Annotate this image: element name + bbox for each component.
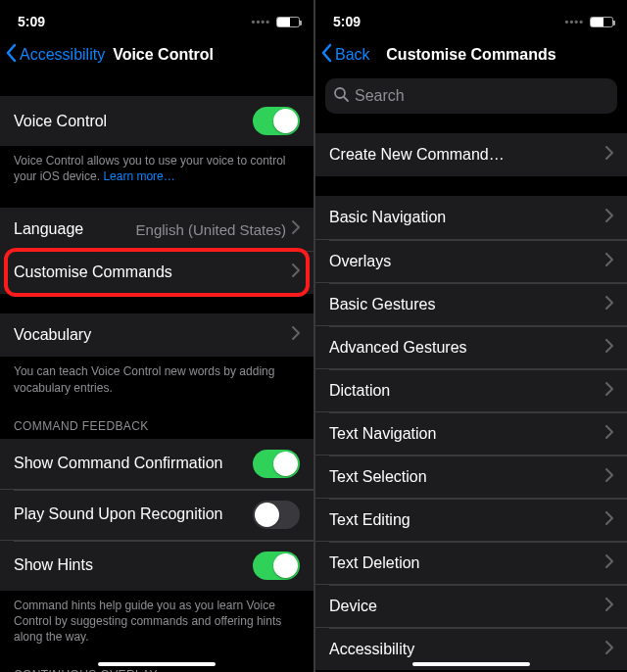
- command-category-row[interactable]: Text Deletion: [315, 541, 627, 584]
- back-label: Accessibility: [20, 46, 105, 64]
- language-row[interactable]: Language English (United States): [0, 208, 314, 251]
- create-new-command-row[interactable]: Create New Command…: [315, 133, 627, 176]
- chevron-right-icon: [605, 511, 613, 529]
- search-input[interactable]: [355, 87, 609, 105]
- command-category-row[interactable]: Overlays: [315, 239, 627, 282]
- chevron-right-icon: [605, 382, 613, 400]
- commands-content: Create New Command… Basic NavigationOver…: [315, 114, 627, 672]
- command-category-row[interactable]: Basic Navigation: [315, 196, 627, 239]
- row-label: Text Navigation: [329, 425, 605, 443]
- home-indicator[interactable]: [98, 662, 216, 666]
- search-icon: [333, 86, 349, 106]
- command-category-row[interactable]: Dictation: [315, 368, 627, 411]
- chevron-right-icon: [605, 253, 613, 270]
- chevron-right-icon: [292, 220, 300, 238]
- battery-icon: [276, 17, 300, 27]
- chevron-right-icon: [292, 264, 300, 281]
- command-category-row[interactable]: Text Selection: [315, 455, 627, 498]
- row-label: Customise Commands: [14, 264, 292, 281]
- chevron-right-icon: [605, 296, 613, 313]
- search-bar[interactable]: [325, 78, 617, 114]
- chevron-right-icon: [292, 326, 300, 344]
- command-category-row[interactable]: Advanced Gestures: [315, 325, 627, 368]
- command-category-row[interactable]: Device: [315, 584, 627, 627]
- show-hints-toggle[interactable]: [253, 552, 300, 580]
- continuous-overlay-header: CONTINUOUS OVERLAY: [0, 648, 314, 672]
- chevron-left-icon: [6, 43, 18, 67]
- nav-bar: Back Customise Commands: [315, 37, 627, 76]
- signal-dots-icon: ••••: [252, 16, 270, 27]
- voice-control-toggle-row[interactable]: Voice Control: [0, 96, 314, 146]
- row-label: Accessibility: [329, 641, 605, 658]
- signal-dots-icon: ••••: [565, 16, 584, 27]
- status-bar: 5:09 ••••: [315, 0, 627, 37]
- row-label: Voice Control: [14, 113, 253, 130]
- row-label: Basic Navigation: [329, 209, 605, 226]
- row-label: Text Editing: [329, 511, 605, 529]
- page-title: Customise Commands: [315, 46, 627, 64]
- status-time: 5:09: [18, 14, 45, 29]
- show-hints-row[interactable]: Show Hints: [0, 540, 314, 591]
- status-right: ••••: [252, 16, 300, 27]
- status-bar: 5:09 ••••: [0, 0, 314, 37]
- row-label: Basic Gestures: [329, 296, 605, 313]
- row-label: Vocabulary: [14, 326, 292, 344]
- home-indicator[interactable]: [412, 662, 530, 666]
- row-label: Create New Command…: [329, 146, 605, 164]
- hints-description: Command hints help guide you as you lear…: [0, 591, 314, 649]
- row-label: Advanced Gestures: [329, 339, 605, 357]
- chevron-right-icon: [605, 425, 613, 443]
- chevron-right-icon: [605, 598, 613, 615]
- nav-bar: Accessibility Voice Control: [0, 37, 314, 76]
- chevron-right-icon: [605, 468, 613, 486]
- vocabulary-row[interactable]: Vocabulary: [0, 313, 314, 357]
- chevron-right-icon: [605, 641, 613, 658]
- show-confirmation-row[interactable]: Show Command Confirmation: [0, 439, 314, 489]
- chevron-right-icon: [605, 146, 613, 164]
- row-label: Show Command Confirmation: [14, 455, 253, 472]
- chevron-right-icon: [605, 209, 613, 226]
- show-confirmation-toggle[interactable]: [253, 450, 300, 478]
- right-phone: 5:09 •••• Back Customise Commands Create…: [314, 0, 627, 672]
- battery-icon: [590, 17, 613, 27]
- row-label: Language: [14, 220, 136, 238]
- row-label: Play Sound Upon Recognition: [14, 505, 253, 523]
- voice-control-toggle[interactable]: [253, 107, 300, 135]
- back-button[interactable]: Accessibility: [6, 43, 105, 67]
- status-right: ••••: [565, 16, 613, 27]
- settings-content: Voice Control Voice Control allows you t…: [0, 76, 314, 672]
- row-label: Text Deletion: [329, 554, 605, 572]
- chevron-right-icon: [605, 554, 613, 572]
- vocabulary-description: You can teach Voice Control new words by…: [0, 357, 314, 399]
- status-time: 5:09: [333, 14, 361, 29]
- row-label: Device: [329, 598, 605, 615]
- command-categories: Basic NavigationOverlaysBasic GesturesAd…: [315, 196, 627, 670]
- row-label: Show Hints: [14, 556, 253, 574]
- page-title: Voice Control: [113, 46, 214, 64]
- row-label: Overlays: [329, 253, 605, 270]
- play-sound-toggle[interactable]: [253, 501, 300, 529]
- command-feedback-header: COMMAND FEEDBACK: [0, 400, 314, 439]
- left-phone: 5:09 •••• Accessibility Voice Control Vo…: [0, 0, 314, 672]
- row-label: Dictation: [329, 382, 605, 400]
- customise-commands-row[interactable]: Customise Commands: [0, 251, 314, 294]
- voice-control-description: Voice Control allows you to use your voi…: [0, 146, 314, 188]
- language-value: English (United States): [136, 221, 286, 238]
- chevron-right-icon: [605, 339, 613, 357]
- learn-more-link[interactable]: Learn more…: [103, 169, 174, 183]
- command-category-row[interactable]: Text Editing: [315, 498, 627, 541]
- command-category-row[interactable]: Basic Gestures: [315, 282, 627, 325]
- command-category-row[interactable]: Text Navigation: [315, 411, 627, 455]
- play-sound-row[interactable]: Play Sound Upon Recognition: [0, 489, 314, 540]
- row-label: Text Selection: [329, 468, 605, 486]
